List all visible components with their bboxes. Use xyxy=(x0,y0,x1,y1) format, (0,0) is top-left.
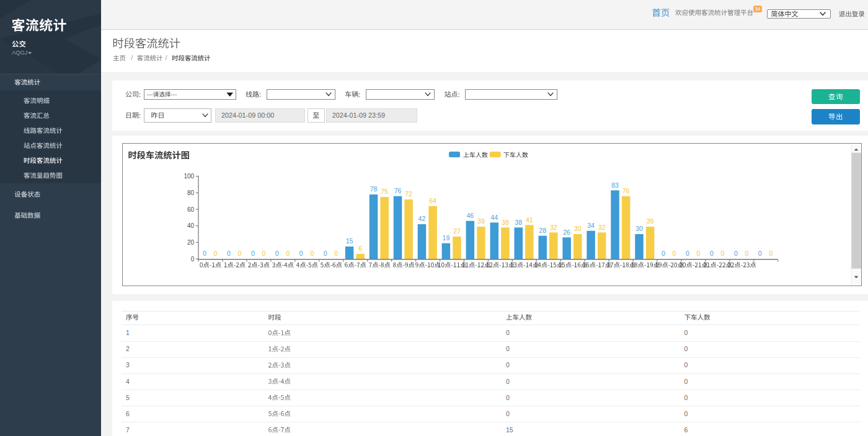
svg-text:0: 0 xyxy=(720,250,724,257)
svg-text:20: 20 xyxy=(187,239,195,246)
svg-text:0: 0 xyxy=(684,345,688,352)
svg-text:0: 0 xyxy=(769,250,773,257)
svg-text:78: 78 xyxy=(370,185,378,193)
svg-text:72: 72 xyxy=(405,190,412,198)
svg-text:40: 40 xyxy=(187,222,195,229)
svg-text:0: 0 xyxy=(697,250,701,257)
svg-text:0: 0 xyxy=(191,256,195,263)
svg-text:7: 7 xyxy=(126,426,130,434)
svg-text:0: 0 xyxy=(506,394,510,401)
svg-text:0: 0 xyxy=(673,250,676,257)
svg-text:38: 38 xyxy=(515,219,522,226)
svg-text:0: 0 xyxy=(506,329,510,336)
svg-text:0: 0 xyxy=(203,250,206,257)
svg-text:15: 15 xyxy=(506,426,513,434)
svg-text:60: 60 xyxy=(187,206,195,213)
svg-text:64: 64 xyxy=(429,197,436,204)
svg-text:0: 0 xyxy=(758,250,762,257)
svg-text:AQGJ: AQGJ xyxy=(12,49,28,56)
svg-text:75: 75 xyxy=(381,188,388,195)
svg-text:0: 0 xyxy=(310,250,314,257)
svg-text:32: 32 xyxy=(550,224,557,231)
svg-text:0: 0 xyxy=(334,250,338,257)
svg-text:19: 19 xyxy=(443,234,450,242)
svg-text:4: 4 xyxy=(126,378,130,385)
svg-text:5: 5 xyxy=(126,394,130,401)
svg-text:0: 0 xyxy=(506,378,510,385)
svg-text:2024-01-09 00:00: 2024-01-09 00:00 xyxy=(221,111,274,119)
svg-text:0: 0 xyxy=(506,410,510,417)
svg-text:0: 0 xyxy=(684,329,688,336)
svg-text:39: 39 xyxy=(477,217,485,225)
svg-text:34: 34 xyxy=(587,222,595,229)
svg-text:0: 0 xyxy=(506,361,510,368)
svg-text:38: 38 xyxy=(502,219,509,226)
svg-text:0: 0 xyxy=(686,250,689,257)
svg-text:0: 0 xyxy=(710,250,714,257)
svg-text:/: / xyxy=(131,54,133,61)
svg-text:0: 0 xyxy=(684,378,688,385)
svg-text:0: 0 xyxy=(684,394,688,401)
svg-text:0: 0 xyxy=(262,250,265,257)
svg-text:30: 30 xyxy=(574,225,582,232)
svg-text:0: 0 xyxy=(684,361,688,368)
svg-text:0: 0 xyxy=(227,250,231,257)
svg-text:46: 46 xyxy=(466,212,474,219)
svg-text:3: 3 xyxy=(126,361,130,368)
svg-text:76: 76 xyxy=(394,187,402,194)
svg-text:0: 0 xyxy=(662,250,665,257)
svg-text:42: 42 xyxy=(418,215,426,222)
svg-text:6: 6 xyxy=(358,245,362,252)
svg-text:2024-01-09 23:59: 2024-01-09 23:59 xyxy=(332,111,385,119)
svg-text:1: 1 xyxy=(126,329,130,336)
svg-text:15: 15 xyxy=(346,237,353,245)
svg-text:83: 83 xyxy=(611,181,619,189)
svg-text:26: 26 xyxy=(563,229,570,236)
svg-text:76: 76 xyxy=(622,187,630,194)
svg-text:0: 0 xyxy=(324,250,327,257)
svg-text:80: 80 xyxy=(187,190,195,196)
svg-text:44: 44 xyxy=(490,214,498,221)
svg-text:2: 2 xyxy=(126,345,130,352)
svg-text:28: 28 xyxy=(539,227,546,234)
svg-text:0: 0 xyxy=(237,250,241,257)
svg-text:0: 0 xyxy=(684,410,688,417)
svg-text:/: / xyxy=(166,54,167,61)
svg-text:6: 6 xyxy=(126,410,130,417)
svg-text:0: 0 xyxy=(734,250,738,257)
svg-text:30: 30 xyxy=(636,225,643,232)
svg-text:39: 39 xyxy=(647,217,654,225)
svg-text:41: 41 xyxy=(526,216,533,224)
svg-text:0: 0 xyxy=(745,250,748,257)
svg-text:0: 0 xyxy=(251,250,255,257)
svg-text:6: 6 xyxy=(684,426,688,434)
svg-text:0: 0 xyxy=(286,250,290,257)
svg-text:100: 100 xyxy=(184,173,195,180)
svg-text:32: 32 xyxy=(598,224,606,231)
svg-text:27: 27 xyxy=(453,227,461,235)
svg-text:0: 0 xyxy=(299,250,303,257)
svg-text:0: 0 xyxy=(506,345,510,352)
svg-text:0: 0 xyxy=(214,250,218,257)
svg-text:0: 0 xyxy=(275,250,279,257)
svg-text:34: 34 xyxy=(755,6,760,12)
